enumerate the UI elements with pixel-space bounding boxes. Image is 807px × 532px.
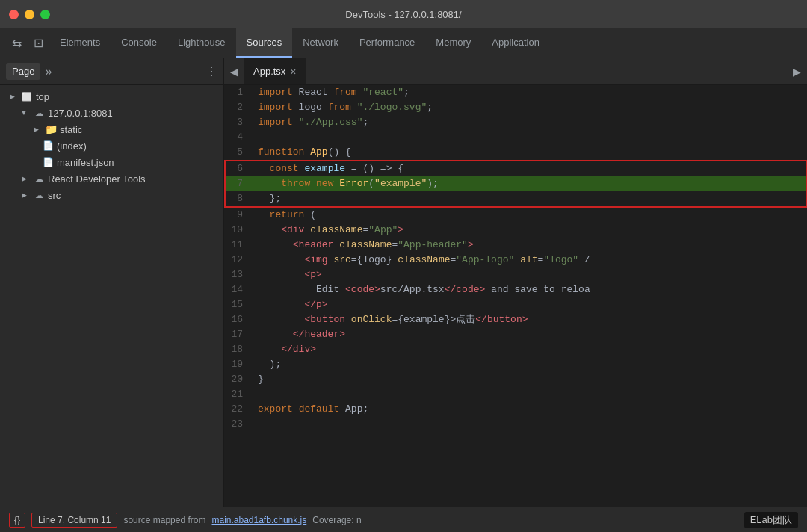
close-tab-icon[interactable]: × bbox=[290, 66, 296, 78]
code-line-21: 21 bbox=[225, 387, 806, 402]
line-number: 11 bbox=[225, 238, 255, 253]
line-code[interactable]: <div className="App"> bbox=[255, 223, 806, 238]
line-code[interactable]: <button onClick={example}>点击</button> bbox=[255, 312, 806, 327]
tree-label-index: (index) bbox=[57, 140, 87, 152]
frame-icon: ⬜ bbox=[21, 90, 33, 102]
code-line-14: 14 Edit <code>src/App.tsx</code> and sav… bbox=[225, 282, 806, 297]
chevron-right-icon bbox=[30, 123, 42, 135]
more-tabs-icon[interactable]: » bbox=[40, 65, 56, 78]
maximize-button[interactable] bbox=[40, 10, 50, 19]
line-number: 22 bbox=[225, 402, 255, 417]
line-code[interactable]: throw new Error("example"); bbox=[255, 176, 806, 191]
line-code[interactable]: ); bbox=[255, 357, 806, 372]
minimize-button[interactable] bbox=[25, 10, 34, 19]
line-number: 8 bbox=[225, 191, 255, 207]
tab-sources[interactable]: Sources bbox=[236, 28, 293, 58]
line-code[interactable] bbox=[255, 130, 806, 145]
line-code[interactable]: <header className="App-header"> bbox=[255, 238, 806, 253]
tree-item-server[interactable]: ☁ 127.0.0.1:8081 bbox=[0, 105, 223, 121]
line-code[interactable]: </p> bbox=[255, 297, 806, 312]
code-line-12: 12 <img src={logo} className="App-logo" … bbox=[225, 253, 806, 267]
line-number: 20 bbox=[225, 372, 255, 387]
tab-console[interactable]: Console bbox=[111, 28, 167, 58]
sidebar-tab-page[interactable]: Page bbox=[6, 63, 40, 80]
line-code[interactable]: } bbox=[255, 372, 806, 387]
line-number: 3 bbox=[225, 115, 255, 130]
sidebar-header: Page » ⋮ bbox=[0, 58, 223, 85]
code-line-3: 3import "./App.css"; bbox=[225, 115, 806, 130]
code-line-4: 4 bbox=[225, 130, 806, 145]
line-number: 5 bbox=[225, 145, 255, 161]
coverage-text: Coverage: n bbox=[312, 515, 361, 525]
line-code[interactable] bbox=[255, 387, 806, 402]
tree-label-react-devtools: React Developer Tools bbox=[48, 173, 146, 185]
line-code[interactable]: </header> bbox=[255, 327, 806, 342]
line-number: 14 bbox=[225, 282, 255, 297]
line-code[interactable]: const example = () => { bbox=[255, 161, 806, 176]
line-number: 13 bbox=[225, 267, 255, 282]
line-code[interactable]: <img src={logo} className="App-logo" alt… bbox=[255, 253, 806, 267]
line-number: 15 bbox=[225, 297, 255, 312]
inspect-icon[interactable]: ⇆ bbox=[6, 28, 28, 58]
line-code[interactable]: }; bbox=[255, 191, 806, 207]
format-button[interactable]: {} bbox=[9, 513, 25, 528]
close-button[interactable] bbox=[9, 10, 19, 19]
tree-label-src: src bbox=[48, 190, 61, 201]
line-number: 23 bbox=[225, 417, 255, 432]
prev-file-icon[interactable]: ◀ bbox=[224, 58, 244, 84]
code-line-23: 23 bbox=[225, 417, 806, 432]
line-code[interactable]: Edit <code>src/App.tsx</code> and save t… bbox=[255, 282, 806, 297]
line-number: 10 bbox=[225, 223, 255, 238]
tree-label-static: static bbox=[60, 124, 82, 135]
line-number: 17 bbox=[225, 327, 255, 342]
line-number: 9 bbox=[225, 207, 255, 223]
tab-elements[interactable]: Elements bbox=[49, 28, 111, 58]
code-line-16: 16 <button onClick={example}>点击</button> bbox=[225, 312, 806, 327]
chevron-down-icon bbox=[18, 107, 30, 119]
line-code[interactable]: function App() { bbox=[255, 145, 806, 161]
tab-memory[interactable]: Memory bbox=[425, 28, 481, 58]
file-icon: 📄 bbox=[42, 140, 54, 152]
chevron-right-icon bbox=[18, 173, 30, 185]
chevron-right-icon bbox=[18, 189, 30, 201]
line-number: 1 bbox=[225, 85, 255, 100]
device-icon[interactable]: ⊡ bbox=[28, 28, 49, 58]
tree-item-react-devtools[interactable]: ☁ React Developer Tools bbox=[0, 170, 223, 187]
next-file-icon[interactable]: ▶ bbox=[787, 58, 807, 84]
code-line-7: 7 throw new Error("example"); bbox=[225, 176, 806, 191]
line-number: 18 bbox=[225, 342, 255, 357]
folder-icon: 📁 bbox=[45, 123, 57, 135]
tree-item-top[interactable]: ⬜ top bbox=[0, 88, 223, 105]
source-map-link[interactable]: main.abad1afb.chunk.js bbox=[211, 515, 306, 525]
tree-item-src[interactable]: ☁ src bbox=[0, 187, 223, 203]
line-number: 7 bbox=[225, 176, 255, 191]
tree-label-manifest: manifest.json bbox=[57, 157, 114, 168]
line-code[interactable]: import "./App.css"; bbox=[255, 115, 806, 130]
tab-network[interactable]: Network bbox=[292, 28, 349, 58]
tree-item-manifest[interactable]: 📄 manifest.json bbox=[0, 154, 223, 170]
tab-performance[interactable]: Performance bbox=[349, 28, 425, 58]
title-bar: DevTools - 127.0.0.1:8081/ bbox=[0, 0, 807, 28]
tree-item-static[interactable]: 📁 static bbox=[0, 121, 223, 137]
line-number: 2 bbox=[225, 100, 255, 115]
line-code[interactable]: import logo from "./logo.svg"; bbox=[255, 100, 806, 115]
tree-item-index[interactable]: 📄 (index) bbox=[0, 137, 223, 154]
line-code[interactable]: return ( bbox=[255, 207, 806, 223]
line-code[interactable]: <p> bbox=[255, 267, 806, 282]
tab-lighthouse[interactable]: Lighthouse bbox=[167, 28, 236, 58]
cursor-position: Line 7, Column 11 bbox=[31, 513, 117, 528]
code-line-5: 5function App() { bbox=[225, 145, 806, 161]
window-title: DevTools - 127.0.0.1:8081/ bbox=[345, 9, 461, 20]
tab-application[interactable]: Application bbox=[481, 28, 550, 58]
code-container[interactable]: 1import React from "react";2import logo … bbox=[224, 85, 807, 507]
line-code[interactable]: import React from "react"; bbox=[255, 85, 806, 100]
sidebar-menu-icon[interactable]: ⋮ bbox=[205, 64, 217, 78]
line-code[interactable]: export default App; bbox=[255, 402, 806, 417]
line-code[interactable]: </div> bbox=[255, 342, 806, 357]
code-table: 1import React from "react";2import logo … bbox=[224, 85, 807, 432]
file-tab-apptsx[interactable]: App.tsx × bbox=[244, 58, 306, 84]
source-map-text: source mapped from bbox=[123, 515, 205, 525]
tree-label-server: 127.0.0.1:8081 bbox=[48, 108, 113, 119]
cloud-icon: ☁ bbox=[33, 107, 45, 119]
line-code[interactable] bbox=[255, 417, 806, 432]
